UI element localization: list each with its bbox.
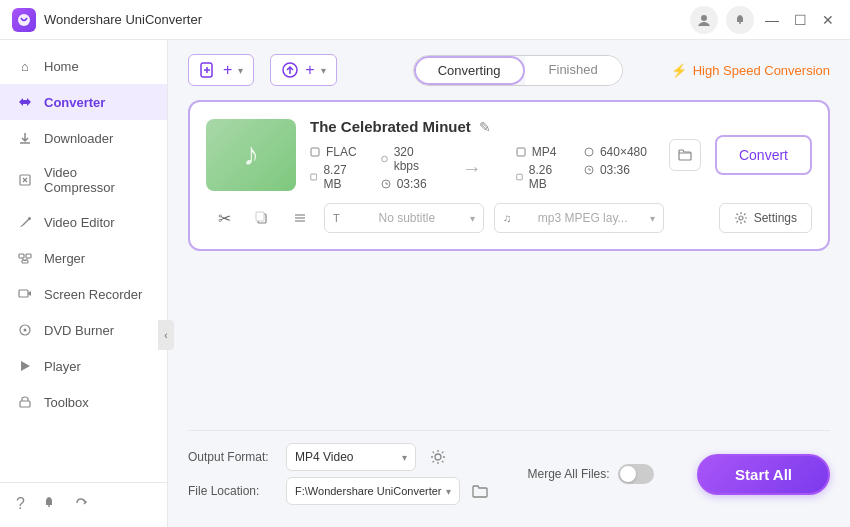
start-all-button[interactable]: Start All xyxy=(697,454,830,495)
file-location-select[interactable]: F:\Wondershare UniConverter ▾ xyxy=(286,477,460,505)
settings-button[interactable]: Settings xyxy=(719,203,812,233)
music-note-icon: ♪ xyxy=(243,136,259,173)
file-thumbnail: ♪ xyxy=(206,119,296,191)
svg-point-1 xyxy=(701,15,707,21)
add-format-button[interactable]: + ▾ xyxy=(270,54,336,86)
svg-rect-7 xyxy=(26,254,31,258)
edit-icon[interactable]: ✎ xyxy=(479,119,491,135)
refresh-icon[interactable] xyxy=(73,495,89,515)
sidebar-item-toolbox[interactable]: Toolbox xyxy=(0,384,167,420)
compressor-icon xyxy=(16,171,34,189)
sidebar-item-dvd-burner[interactable]: DVD Burner xyxy=(0,312,167,348)
sidebar-item-merger[interactable]: Merger xyxy=(0,240,167,276)
source-bitrate: 320 kbps xyxy=(381,145,428,173)
recorder-icon xyxy=(16,285,34,303)
editor-icon xyxy=(16,213,34,231)
action-icons xyxy=(669,139,701,171)
copy-icon[interactable] xyxy=(248,204,276,232)
tab-converting[interactable]: Converting xyxy=(414,56,525,85)
location-chevron-icon: ▾ xyxy=(446,486,451,497)
svg-rect-19 xyxy=(311,174,317,180)
profile-icon[interactable] xyxy=(690,6,718,34)
output-settings-icon[interactable] xyxy=(424,443,452,471)
output-format-row: Output Format: MP4 Video ▾ xyxy=(188,443,492,471)
sidebar-nav: ⌂ Home Converter Downloader Video Compr xyxy=(0,40,167,482)
source-format: FLAC xyxy=(310,145,357,159)
minimize-button[interactable]: — xyxy=(762,10,782,30)
svg-rect-23 xyxy=(516,174,522,180)
titlebar: Wondershare UniConverter — ☐ ✕ xyxy=(0,0,850,40)
browse-folder-icon[interactable] xyxy=(468,479,492,503)
source-meta: FLAC 8.27 MB xyxy=(310,145,357,191)
svg-point-5 xyxy=(28,217,31,220)
output-format-select[interactable]: MP4 Video ▾ xyxy=(286,443,416,471)
subtitle-select[interactable]: T No subtitle ▾ xyxy=(324,203,484,233)
player-icon xyxy=(16,357,34,375)
sidebar: ⌂ Home Converter Downloader Video Compr xyxy=(0,40,168,527)
convert-button[interactable]: Convert xyxy=(715,135,812,175)
file-card-top: ♪ The Celebrated Minuet ✎ FLAC xyxy=(206,118,812,191)
toolbar: + ▾ + ▾ Converting Finished ⚡ High Speed… xyxy=(188,54,830,86)
file-card-bottom: ✂ T No subtitle ▾ ♫ mp3 MPEG xyxy=(206,203,812,233)
sidebar-item-player[interactable]: Player xyxy=(0,348,167,384)
svg-rect-2 xyxy=(739,22,741,24)
toolbox-icon xyxy=(16,393,34,411)
svg-rect-15 xyxy=(48,505,50,507)
subtitle-chevron-icon: ▾ xyxy=(470,213,475,224)
svg-rect-11 xyxy=(19,290,28,297)
audio-icon: ♫ xyxy=(503,212,511,224)
source-duration: 03:36 xyxy=(381,177,428,191)
add-file-button[interactable]: + ▾ xyxy=(188,54,254,86)
merger-icon xyxy=(16,249,34,267)
converter-icon xyxy=(16,93,34,111)
sidebar-item-screen-recorder[interactable]: Screen Recorder xyxy=(0,276,167,312)
format-chevron-icon: ▾ xyxy=(402,452,407,463)
bell-icon[interactable] xyxy=(726,6,754,34)
sidebar-item-video-compressor[interactable]: Video Compressor xyxy=(0,156,167,204)
file-location-row: File Location: F:\Wondershare UniConvert… xyxy=(188,477,492,505)
svg-point-13 xyxy=(24,329,27,332)
notification-footer-icon[interactable] xyxy=(41,495,57,515)
svg-rect-22 xyxy=(517,148,525,156)
maximize-button[interactable]: ☐ xyxy=(790,10,810,30)
merge-toggle[interactable] xyxy=(618,464,654,484)
sidebar-item-video-editor[interactable]: Video Editor xyxy=(0,204,167,240)
output-extra: 640×480 03:36 xyxy=(584,145,647,191)
high-speed-button[interactable]: ⚡ High Speed Conversion xyxy=(671,63,830,78)
close-button[interactable]: ✕ xyxy=(818,10,838,30)
audio-select[interactable]: ♫ mp3 MPEG lay... ▾ xyxy=(494,203,664,233)
output-folder-button[interactable] xyxy=(669,139,701,171)
output-resolution: 640×480 xyxy=(584,145,647,159)
tab-finished[interactable]: Finished xyxy=(525,56,622,85)
list-icon[interactable] xyxy=(286,204,314,232)
sidebar-collapse-button[interactable]: ‹ xyxy=(158,320,174,350)
source-size: 8.27 MB xyxy=(310,163,357,191)
dvd-icon xyxy=(16,321,34,339)
output-format: MP4 xyxy=(516,145,560,159)
svg-point-31 xyxy=(739,216,743,220)
downloader-icon xyxy=(16,129,34,147)
file-meta: FLAC 8.27 MB 320 kbps xyxy=(310,145,647,191)
arrow-col: → xyxy=(452,145,492,191)
content-area: + ▾ + ▾ Converting Finished ⚡ High Speed… xyxy=(168,40,850,527)
source-extra: 320 kbps 03:36 xyxy=(381,145,428,191)
bottom-bar: Output Format: MP4 Video ▾ File Location… xyxy=(188,430,830,513)
sidebar-item-home[interactable]: ⌂ Home xyxy=(0,48,167,84)
sidebar-item-downloader[interactable]: Downloader xyxy=(0,120,167,156)
svg-point-32 xyxy=(435,454,441,460)
cut-icon[interactable]: ✂ xyxy=(210,204,238,232)
merge-label: Merge All Files: xyxy=(528,467,610,481)
output-size: 8.26 MB xyxy=(516,163,560,191)
merge-row: Merge All Files: xyxy=(528,464,654,484)
tab-group: Converting Finished xyxy=(413,55,623,86)
bottom-left: Output Format: MP4 Video ▾ File Location… xyxy=(188,443,492,505)
svg-rect-18 xyxy=(311,148,319,156)
sidebar-footer: ? xyxy=(0,482,167,527)
help-icon[interactable]: ? xyxy=(16,495,25,515)
file-title-row: The Celebrated Minuet ✎ xyxy=(310,118,647,135)
sidebar-item-converter[interactable]: Converter xyxy=(0,84,167,120)
subtitle-icon: T xyxy=(333,212,340,224)
svg-point-24 xyxy=(585,148,593,156)
file-location-label: File Location: xyxy=(188,484,278,498)
file-card: ♪ The Celebrated Minuet ✎ FLAC xyxy=(188,100,830,251)
